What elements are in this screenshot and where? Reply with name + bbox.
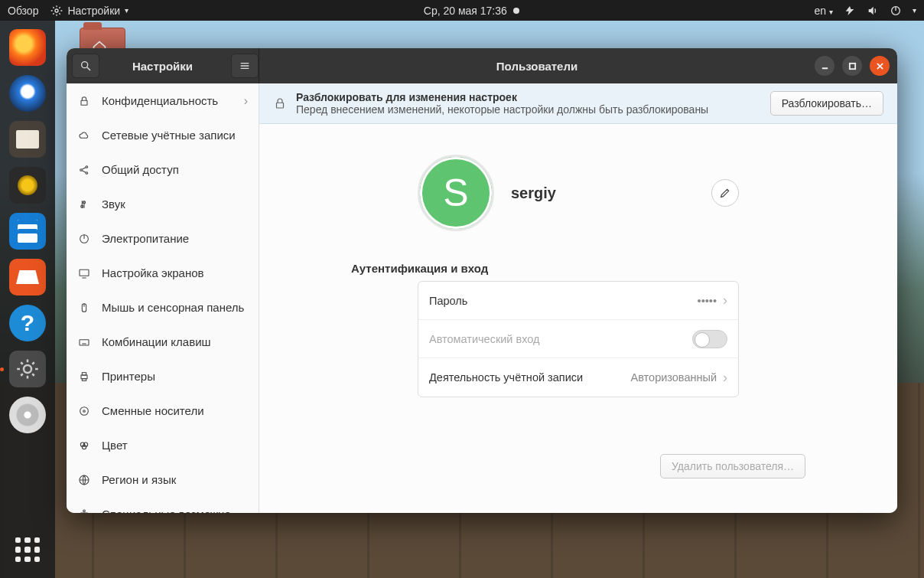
sidebar-item-media[interactable]: Сменные носители [67, 393, 259, 428]
launcher-firefox[interactable] [7, 27, 48, 68]
sidebar-item-label: Сетевые учётные записи [102, 129, 248, 142]
sidebar-item-color[interactable]: Цвет [67, 428, 259, 462]
auth-row-value: ••••• [698, 295, 717, 307]
share-icon [77, 163, 91, 177]
sidebar-item-label: Комбинации клавиш [102, 335, 248, 348]
svg-point-16 [86, 171, 88, 174]
app-menu[interactable]: Настройки ▾ [50, 5, 129, 17]
sidebar-item-label: Специальные возможности [102, 508, 248, 513]
svg-point-4 [82, 62, 88, 68]
sidebar-item-label: Электропитание [102, 232, 248, 245]
chevron-right-icon: › [244, 94, 248, 108]
auth-row[interactable]: Пароль•••••› [418, 282, 738, 320]
sidebar-title: Настройки [99, 60, 226, 73]
sidebar-item-power[interactable]: Электропитание [67, 221, 259, 256]
launcher-files[interactable] [7, 119, 48, 160]
search-button[interactable] [72, 54, 99, 78]
network-icon[interactable] [844, 5, 856, 17]
auth-row-value: Авторизованный [631, 371, 717, 384]
auth-list: Пароль•••••›Автоматический входДеятельно… [418, 281, 739, 397]
window-minimize-button[interactable] [815, 56, 835, 76]
menu-icon [239, 60, 251, 72]
content-pane: Разблокировать для изменения настроек Пе… [259, 83, 897, 513]
sidebar-item-display[interactable]: Настройка экранов [67, 256, 259, 290]
sidebar-item-label: Настройка экранов [102, 266, 248, 279]
svg-point-14 [80, 168, 83, 171]
sidebar-item-label: Звук [102, 198, 248, 211]
launcher-writer[interactable] [7, 211, 48, 252]
svg-line-17 [82, 167, 86, 169]
activities-button[interactable]: Обзор [8, 5, 38, 17]
svg-rect-42 [277, 103, 284, 108]
volume-icon[interactable] [867, 5, 879, 17]
sound-icon [77, 198, 91, 211]
sidebar-item-printer[interactable]: Принтеры [67, 359, 259, 393]
clock[interactable]: Ср, 20 мая 17:36 [424, 5, 507, 17]
launcher-help[interactable]: ? [7, 302, 48, 344]
mouse-icon [77, 301, 91, 315]
launcher-software[interactable] [7, 256, 48, 298]
launcher-rhythmbox[interactable] [7, 165, 48, 206]
window-maximize-button[interactable] [842, 56, 862, 76]
svg-point-0 [55, 9, 58, 12]
svg-line-5 [87, 67, 90, 70]
auth-row-label: Автоматический вход [429, 333, 692, 345]
auth-section-title: Аутентификация и вход [351, 262, 672, 275]
svg-point-36 [83, 410, 86, 412]
svg-rect-33 [82, 372, 86, 374]
lock-icon [273, 96, 287, 110]
auth-row[interactable]: Автоматический вход [418, 320, 738, 358]
unlock-button[interactable]: Разблокировать… [770, 91, 883, 116]
infobar-title: Разблокировать для изменения настроек [296, 91, 761, 103]
svg-point-35 [80, 407, 89, 415]
auth-row-label: Пароль [429, 295, 698, 307]
sidebar-item-mouse[interactable]: Мышь и сенсорная панель [67, 290, 259, 325]
settings-sidebar[interactable]: Конфиденциальность›Сетевые учётные запис… [67, 83, 259, 513]
lock-icon [77, 94, 91, 108]
svg-point-3 [24, 365, 31, 373]
toggle-switch[interactable] [692, 330, 727, 348]
launcher-thunderbird[interactable] [7, 73, 48, 114]
auth-row[interactable]: Деятельность учётной записиАвторизованны… [418, 358, 738, 397]
chevron-right-icon: › [723, 292, 727, 309]
window-close-button[interactable] [870, 56, 890, 76]
power-icon [77, 232, 91, 246]
power-icon[interactable] [890, 5, 902, 17]
keyboard-icon [77, 335, 91, 349]
sidebar-item-label: Сменные носители [102, 404, 248, 417]
user-avatar[interactable]: S [418, 155, 494, 231]
svg-rect-34 [82, 378, 86, 380]
sidebar-item-lock[interactable]: Конфиденциальность› [67, 83, 259, 118]
a11y-icon [77, 508, 91, 514]
top-panel: Обзор Настройки ▾ Ср, 20 мая 17:36 en ▾ … [0, 0, 924, 21]
sidebar-item-sound[interactable]: Звук [67, 187, 259, 221]
launcher-dock: ? [0, 21, 55, 578]
sidebar-item-share[interactable]: Общий доступ [67, 152, 259, 187]
launcher-settings[interactable] [7, 348, 48, 390]
infobar-subtitle: Перед внесением изменений, некоторые нас… [296, 103, 708, 116]
launcher-disc[interactable] [7, 394, 48, 436]
cloud-icon [77, 129, 91, 142]
svg-rect-10 [849, 63, 854, 68]
region-icon [77, 473, 91, 487]
sidebar-item-label: Общий доступ [102, 163, 248, 176]
delete-user-button[interactable]: Удалить пользователя… [660, 454, 805, 478]
keyboard-layout-indicator[interactable]: en ▾ [815, 5, 833, 17]
sidebar-item-region[interactable]: Регион и язык [67, 462, 259, 497]
printer-icon [77, 370, 91, 384]
sidebar-item-a11y[interactable]: Специальные возможности [67, 497, 259, 513]
svg-rect-32 [81, 375, 87, 379]
titlebar: Настройки Пользователи [67, 48, 897, 83]
app-menu-label: Настройки [67, 5, 120, 17]
display-icon [77, 266, 91, 280]
sidebar-item-cloud[interactable]: Сетевые учётные записи [67, 118, 259, 152]
edit-user-button[interactable] [711, 179, 739, 207]
pencil-icon [719, 187, 731, 199]
hamburger-button[interactable] [231, 54, 259, 78]
sidebar-item-label: Принтеры [102, 370, 248, 383]
search-icon [80, 60, 92, 72]
sidebar-item-label: Регион и язык [102, 473, 248, 486]
launcher-show-apps[interactable] [7, 529, 48, 570]
gear-icon [50, 5, 63, 17]
sidebar-item-keyboard[interactable]: Комбинации клавиш [67, 325, 259, 359]
